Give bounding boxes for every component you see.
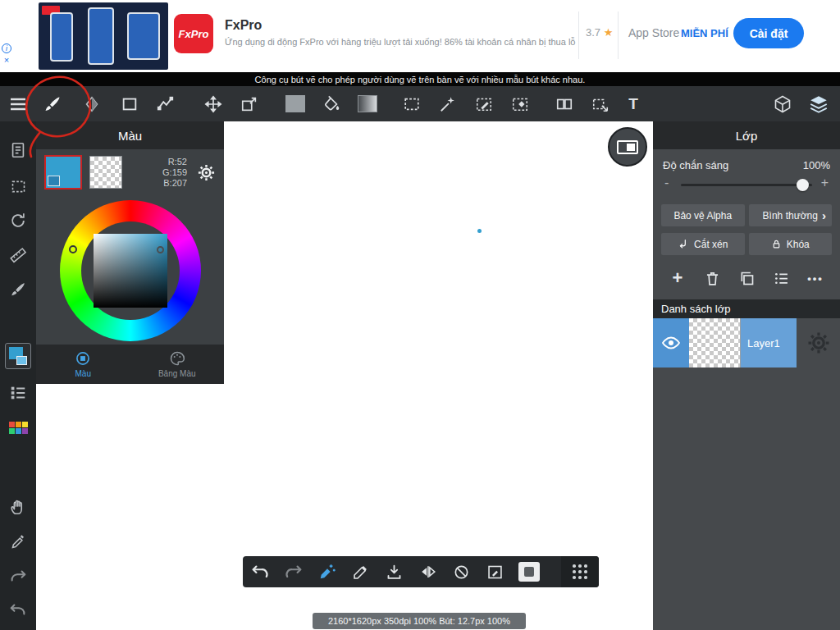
- clipping-icon: [678, 239, 689, 250]
- fill-tool-button[interactable]: [315, 89, 348, 119]
- reset-view-button[interactable]: [0, 207, 36, 235]
- canvas-status-bar: 2160*1620px 350dpi 100% Bút: 12.7px 100%: [313, 613, 526, 629]
- plus-icon: +: [673, 269, 683, 287]
- redo-button[interactable]: [0, 562, 36, 590]
- delete-layer-button[interactable]: [701, 267, 724, 289]
- ad-info-icon[interactable]: i: [2, 43, 11, 53]
- split-panels-icon: [555, 95, 573, 113]
- color-swatch-button[interactable]: [279, 89, 312, 119]
- undo-button[interactable]: [243, 556, 276, 587]
- opacity-slider-knob[interactable]: [797, 179, 809, 191]
- color-wheel[interactable]: [36, 197, 224, 346]
- color-panel-tabs: Màu Bảng Màu: [36, 345, 224, 384]
- saturation-value-square[interactable]: [94, 234, 167, 308]
- brush-tool-button[interactable]: [36, 89, 69, 119]
- redo-button[interactable]: [276, 556, 310, 587]
- opacity-minus-button[interactable]: -: [664, 176, 669, 190]
- magic-wand-button[interactable]: [431, 89, 464, 119]
- opacity-slider-track[interactable]: [681, 184, 812, 186]
- hamburger-icon: [8, 94, 28, 114]
- brush-stroke-dot: [477, 229, 482, 233]
- toolbar-drag-handle[interactable]: [561, 556, 599, 587]
- layer-list-button[interactable]: [0, 379, 36, 407]
- ad-creative-image[interactable]: [39, 2, 168, 70]
- gradient-tool-button[interactable]: [351, 89, 384, 119]
- trash-icon: [704, 270, 721, 287]
- select-eraser-button[interactable]: [504, 89, 536, 119]
- layer-row[interactable]: Layer1: [653, 318, 840, 368]
- move-tool-button[interactable]: [197, 89, 230, 119]
- text-tool-icon: T: [628, 95, 638, 113]
- pen-mode-button[interactable]: [344, 556, 377, 587]
- flip-canvas-button[interactable]: [411, 556, 445, 587]
- current-color-swatch[interactable]: [44, 155, 82, 189]
- select-mode-button[interactable]: [0, 172, 36, 200]
- navigator-button[interactable]: [608, 127, 647, 167]
- airbrush-button[interactable]: [0, 276, 36, 304]
- navigator-icon: [617, 140, 638, 154]
- hand-tool-button[interactable]: [0, 493, 36, 521]
- clipping-button[interactable]: Cắt xén: [661, 233, 745, 255]
- eyedropper-button[interactable]: [0, 527, 36, 555]
- lock-layer-button[interactable]: Khóa: [749, 233, 833, 255]
- crop-tool-button[interactable]: [584, 89, 617, 119]
- polyline-tool-button[interactable]: [149, 89, 182, 119]
- palette-icon: [169, 350, 185, 367]
- text-tool-button[interactable]: T: [617, 89, 650, 119]
- current-color-button[interactable]: [0, 340, 36, 372]
- divide-canvas-button[interactable]: [548, 89, 581, 119]
- layer-thumbnail[interactable]: [689, 318, 741, 368]
- eraser-tool-button[interactable]: [75, 89, 108, 119]
- material-toggle-button[interactable]: [512, 556, 546, 587]
- clear-layer-button[interactable]: [478, 556, 512, 587]
- duplicate-layer-button[interactable]: [735, 267, 758, 289]
- top-toolbar: T: [0, 86, 840, 121]
- transparent-color-swatch[interactable]: [89, 156, 122, 189]
- eyedropper-icon: [10, 533, 27, 550]
- ruler-button[interactable]: [0, 241, 36, 269]
- ad-app-name: FxPro: [225, 18, 262, 33]
- layer-visibility-toggle[interactable]: [653, 318, 689, 368]
- select-tool-button[interactable]: [395, 89, 428, 119]
- blend-mode-button[interactable]: Bình thường ›: [749, 204, 833, 226]
- select-pen-button[interactable]: [468, 89, 500, 119]
- opacity-value: 100%: [803, 159, 830, 171]
- ad-close-icon[interactable]: ×: [4, 56, 9, 65]
- marquee-icon: [10, 178, 27, 195]
- layer-options-button[interactable]: [769, 267, 792, 289]
- promo-strip: Công cụ bút vẽ cho phép người dùng vẽ tr…: [0, 72, 840, 86]
- more-options-button[interactable]: •••: [804, 267, 827, 289]
- ad-app-logo[interactable]: FxPro: [174, 14, 213, 53]
- rotation-lock-button[interactable]: [445, 556, 478, 587]
- layer-settings-button[interactable]: [797, 318, 840, 368]
- tab-color[interactable]: Màu: [36, 345, 130, 384]
- ad-install-button[interactable]: Cài đặt: [733, 18, 804, 48]
- layer-name[interactable]: Layer1: [741, 318, 797, 368]
- protect-alpha-button[interactable]: Bảo vệ Alpha: [661, 204, 745, 226]
- hand-icon: [9, 498, 27, 516]
- undo-button[interactable]: [0, 596, 36, 623]
- main-menu-button[interactable]: [2, 89, 34, 119]
- shape-tool-button[interactable]: [113, 89, 146, 119]
- hue-indicator[interactable]: [69, 245, 77, 253]
- smoothing-brush-button[interactable]: [310, 556, 344, 587]
- tab-palette[interactable]: Bảng Màu: [130, 345, 225, 384]
- opacity-slider[interactable]: - +: [660, 173, 833, 198]
- opacity-plus-button[interactable]: +: [821, 176, 829, 190]
- color-settings-button[interactable]: [197, 163, 216, 182]
- reference-notes-button[interactable]: [0, 136, 36, 164]
- material-3d-button[interactable]: [766, 89, 799, 119]
- list-icon: [773, 270, 790, 287]
- add-layer-button[interactable]: +: [666, 267, 689, 289]
- eye-icon: [661, 333, 681, 353]
- palette-grid-icon: [9, 422, 28, 434]
- save-export-button[interactable]: [377, 556, 411, 587]
- layer-list-title: Danh sách lớp: [653, 299, 840, 318]
- layers-panel-button[interactable]: [802, 89, 835, 119]
- color-panel: Màu R:52 G:159 B:207 Màu: [36, 121, 224, 384]
- palette-button[interactable]: [0, 413, 36, 441]
- undo-icon: [9, 600, 27, 619]
- sv-indicator[interactable]: [157, 246, 164, 253]
- material-tile-icon: [518, 562, 540, 582]
- transform-tool-button[interactable]: [233, 89, 266, 119]
